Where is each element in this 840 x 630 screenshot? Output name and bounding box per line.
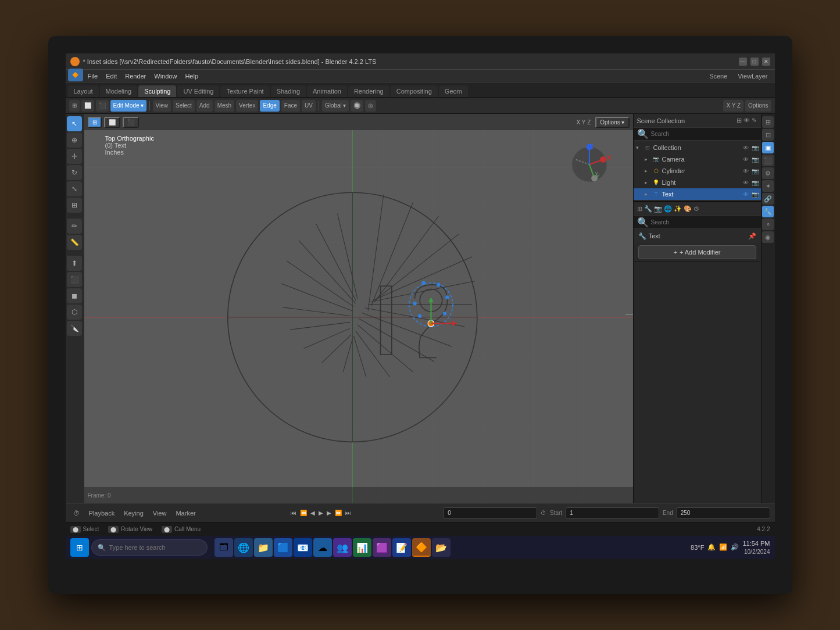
step-fwd-btn[interactable]: ⏩	[335, 510, 342, 516]
transform-global[interactable]: Global ▾	[322, 100, 349, 112]
header-icons-group[interactable]: ⊞	[69, 100, 80, 112]
add-modifier-btn[interactable]: + + Add Modifier	[638, 245, 756, 259]
current-frame[interactable]: 0	[444, 507, 537, 519]
snap-btn[interactable]: 🔘	[351, 100, 363, 112]
tab-modeling[interactable]: Modeling	[100, 85, 138, 97]
frame-end[interactable]: 250	[677, 507, 770, 519]
outliner-search-input[interactable]	[651, 131, 757, 137]
modifier-section-header[interactable]: 🔧 Text 📌	[634, 229, 761, 243]
light-render-icon[interactable]: 📷	[752, 180, 759, 186]
move-tool[interactable]: ✛	[67, 149, 82, 164]
extrude-tool[interactable]: ⬆	[67, 256, 82, 271]
jump-first-btn[interactable]: ⏮	[291, 510, 296, 516]
minimize-button[interactable]: —	[739, 58, 747, 66]
tab-shading[interactable]: Shading	[271, 85, 306, 97]
frame-start[interactable]: 1	[566, 507, 659, 519]
bevel-tool[interactable]: ◼	[67, 288, 82, 303]
taskbar-app-onedrive[interactable]: ☁	[313, 538, 332, 557]
menu-file[interactable]: File	[84, 71, 102, 81]
scale-tool[interactable]: ⤡	[67, 181, 82, 196]
viewport-3d[interactable]: X X Z Y Top Orthographic (0) Text Inches…	[84, 114, 633, 503]
tab-layout[interactable]: Layout	[68, 85, 99, 97]
taskbar-app-store[interactable]: 🟦	[274, 538, 292, 557]
taskbar-app-outlook[interactable]: 📧	[294, 538, 312, 557]
text-render-icon2[interactable]: 📷	[752, 191, 759, 198]
r-tab-active[interactable]: ▣	[762, 142, 774, 153]
camera-visibility[interactable]: 👁	[743, 156, 749, 163]
keying-menu[interactable]: Keying	[121, 509, 146, 518]
menu-help[interactable]: Help	[181, 71, 202, 81]
light-visibility[interactable]: 👁	[743, 180, 749, 186]
knife-tool[interactable]: 🔪	[67, 321, 82, 336]
r-tab-constraints[interactable]: 🔗	[762, 193, 774, 205]
taskbar-search-input[interactable]	[109, 544, 201, 551]
r-tab-particles[interactable]: ✦	[762, 180, 774, 192]
taskbar-app-edge[interactable]: 🌐	[234, 538, 253, 557]
taskbar-app-teams[interactable]: 👥	[333, 538, 352, 557]
outliner-search[interactable]: 🔍	[634, 128, 761, 141]
vertex-menu[interactable]: Vertex	[236, 100, 258, 112]
taskbar-network[interactable]: 📶	[719, 543, 727, 551]
play-btn[interactable]: ▶	[319, 510, 323, 516]
view-menu[interactable]: View	[153, 100, 171, 112]
taskbar-app-filezilla[interactable]: 📂	[432, 538, 451, 557]
properties-search[interactable]: 🔍	[634, 216, 761, 229]
taskbar-clock[interactable]: 11:54 PM 10/2/2024	[742, 539, 770, 555]
tree-item-camera[interactable]: ▸ 📷 Camera 👁 📷	[634, 153, 761, 165]
tab-texture-paint[interactable]: Texture Paint	[220, 85, 269, 97]
maximize-button[interactable]: □	[750, 58, 759, 66]
close-button[interactable]: ✕	[762, 58, 770, 66]
options-vp-btn[interactable]: Options ▾	[595, 117, 629, 128]
properties-search-input[interactable]	[651, 219, 757, 225]
edge-menu[interactable]: Edge	[260, 100, 279, 112]
options-btn[interactable]: Options	[745, 100, 771, 112]
visibility-icon[interactable]: 👁	[743, 145, 749, 151]
face-menu[interactable]: Face	[281, 100, 300, 112]
loop-cut-tool[interactable]: ⬡	[67, 305, 82, 320]
prev-frame-btn[interactable]: ◀	[310, 510, 315, 516]
taskbar-app-explorer[interactable]: 📁	[254, 538, 273, 557]
tree-item-cylinder[interactable]: ▸ ⬡ Cylinder 👁 📷	[634, 165, 761, 177]
taskbar-notifications[interactable]: 🔔	[707, 543, 716, 551]
tree-item-light[interactable]: ▸ 💡 Light 👁 📷	[634, 177, 761, 188]
r-tab-scene[interactable]: ⊞	[762, 116, 774, 128]
transform-tool[interactable]: ⊞	[67, 198, 82, 213]
xyz-toggle[interactable]: X Y Z	[723, 100, 744, 112]
text-active-icon[interactable]: 👁	[743, 191, 749, 198]
menu-edit[interactable]: Edit	[102, 71, 120, 81]
r-tab-view[interactable]: ⊡	[762, 129, 774, 141]
r-tab-modifier[interactable]: 🔧	[762, 206, 774, 217]
select-tool[interactable]: ↖	[67, 116, 82, 131]
measure-tool[interactable]: 📏	[67, 235, 82, 250]
inset-tool[interactable]: ⬛	[67, 272, 82, 287]
mesh-menu[interactable]: Mesh	[215, 100, 234, 112]
jump-last-btn[interactable]: ⏭	[345, 510, 351, 516]
taskbar-volume[interactable]: 🔊	[731, 543, 739, 551]
edit-mode-dropdown[interactable]: Edit Mode ▾	[110, 100, 146, 112]
tab-geometry[interactable]: Geom	[439, 85, 468, 97]
cylinder-render-icon[interactable]: 📷	[752, 168, 759, 174]
view-menu-timeline[interactable]: View	[150, 509, 170, 518]
tab-uv-editing[interactable]: UV Editing	[177, 85, 219, 97]
r-tab-object[interactable]: ⬛	[762, 155, 774, 166]
tab-animation[interactable]: Animation	[307, 85, 347, 97]
playback-menu[interactable]: Playback	[86, 509, 118, 518]
marker-menu[interactable]: Marker	[173, 509, 198, 518]
solid-btn[interactable]: ⬛	[96, 100, 109, 112]
select-menu[interactable]: Select	[173, 100, 195, 112]
vp-mode-btn[interactable]: ⊞	[88, 117, 102, 128]
menu-window[interactable]: Window	[151, 71, 180, 81]
taskbar-app-rdp[interactable]: 🟪	[373, 538, 391, 557]
next-frame-btn[interactable]: ▶	[327, 510, 331, 516]
cursor-tool[interactable]: ⊕	[67, 133, 82, 148]
r-tab-material[interactable]: ◉	[762, 231, 774, 243]
render-icon[interactable]: 📷	[752, 145, 759, 151]
annotate-tool[interactable]: ✏	[67, 219, 82, 234]
taskbar-app-excel[interactable]: 📊	[353, 538, 371, 557]
taskbar-search-bar[interactable]: 🔍	[91, 539, 208, 556]
wireframe-btn[interactable]: ⬜	[81, 100, 94, 112]
vp-solid-btn[interactable]: ⬛	[123, 117, 139, 128]
tab-rendering[interactable]: Rendering	[348, 85, 389, 97]
r-tab-data[interactable]: ⚬	[762, 219, 774, 230]
windows-start-button[interactable]: ⊞	[70, 538, 89, 557]
